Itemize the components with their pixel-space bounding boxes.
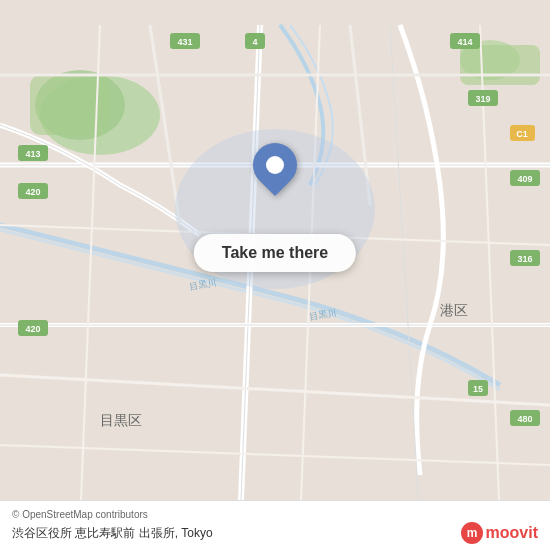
svg-rect-5	[460, 45, 540, 85]
svg-text:319: 319	[475, 94, 490, 104]
map-background: 420 413 420 4 414 319 431 C1 409 316 15	[0, 0, 550, 550]
svg-text:413: 413	[25, 149, 40, 159]
svg-text:15: 15	[473, 384, 483, 394]
svg-text:409: 409	[517, 174, 532, 184]
svg-text:C1: C1	[516, 129, 528, 139]
moovit-logo: m moovit	[461, 522, 538, 544]
svg-text:m: m	[466, 526, 477, 540]
pin-inner-dot	[266, 156, 284, 174]
map-container: 420 413 420 4 414 319 431 C1 409 316 15	[0, 0, 550, 550]
location-pin	[253, 143, 297, 187]
bottom-info-bar: © OpenStreetMap contributors 渋谷区役所 恵比寿駅前…	[0, 500, 550, 550]
svg-text:420: 420	[25, 187, 40, 197]
copyright-text: © OpenStreetMap contributors	[12, 509, 538, 520]
moovit-icon: m	[461, 522, 483, 544]
svg-text:4: 4	[252, 37, 257, 47]
svg-text:414: 414	[457, 37, 472, 47]
take-me-there-button[interactable]: Take me there	[194, 234, 356, 272]
svg-text:316: 316	[517, 254, 532, 264]
pin-marker	[244, 134, 306, 196]
moovit-label: moovit	[486, 524, 538, 542]
svg-text:目黒区: 目黒区	[100, 412, 142, 428]
svg-text:431: 431	[177, 37, 192, 47]
svg-text:420: 420	[25, 324, 40, 334]
location-text: 渋谷区役所 恵比寿駅前 出張所, Tokyo	[12, 525, 213, 542]
svg-text:480: 480	[517, 414, 532, 424]
svg-text:港区: 港区	[440, 302, 468, 318]
